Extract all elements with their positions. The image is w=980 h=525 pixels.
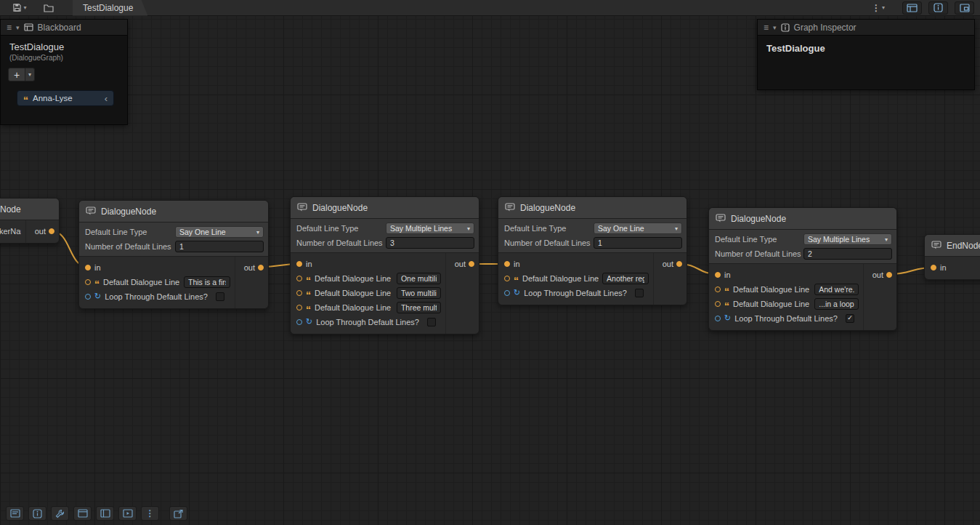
- output-port[interactable]: [49, 228, 54, 234]
- external-window-button[interactable]: [169, 506, 187, 521]
- node-title-bar[interactable]: DialogueNode: [709, 208, 896, 230]
- dialogue-node-3[interactable]: DialogueNode Default Line Type Say One L…: [498, 196, 687, 305]
- num-default-lines-field[interactable]: 3: [386, 237, 474, 249]
- window-panel-button[interactable]: [73, 506, 92, 521]
- inspector-graph-name: TestDialogue: [766, 43, 965, 54]
- output-port[interactable]: [469, 261, 474, 267]
- node-title-bar[interactable]: DialogueNode: [79, 201, 268, 223]
- blackboard-panel: ≡ ▾ Blackboard TestDialogue (DialogueGra…: [0, 19, 128, 125]
- info-icon: [33, 509, 42, 518]
- input-port[interactable]: [296, 261, 302, 267]
- collapse-icon[interactable]: ▾: [16, 24, 20, 31]
- dialogue-line-field[interactable]: One multiline: [397, 273, 441, 284]
- graph-inspector-header[interactable]: ≡ ▾ Graph Inspector: [758, 20, 974, 36]
- menu-icon[interactable]: ≡: [764, 23, 769, 33]
- output-port[interactable]: [676, 261, 682, 267]
- dialogue-line-port[interactable]: [296, 290, 302, 296]
- node-properties: Default Line Type Say Multiple Lines ▾ N…: [709, 230, 896, 264]
- field-value: Three multili: [401, 303, 437, 312]
- dropdown-arrow-icon: ▾: [467, 225, 470, 232]
- dialogue-line-field[interactable]: ...in a loop: [814, 298, 859, 310]
- port-label: in: [306, 260, 312, 268]
- blackboard-header[interactable]: ≡ ▾ Blackboard: [1, 20, 127, 36]
- loop-port[interactable]: [85, 294, 91, 300]
- end-node[interactable]: EndNode in: [924, 234, 980, 280]
- port-label: out: [244, 263, 255, 272]
- inspector-panel-button[interactable]: [28, 506, 46, 521]
- loop-checkbox[interactable]: [635, 289, 644, 297]
- tools-panel-button[interactable]: [51, 506, 69, 521]
- speaker-node[interactable]: Node kerName out: [0, 198, 60, 244]
- field-value: One multiline: [401, 274, 437, 283]
- dialogue-line-field[interactable]: Three multili: [397, 302, 441, 313]
- dialogue-line-port[interactable]: [504, 276, 510, 281]
- field-value: 2: [808, 249, 812, 258]
- dialogue-node-2[interactable]: DialogueNode Default Line Type Say Multi…: [290, 196, 479, 334]
- output-port[interactable]: [258, 265, 264, 270]
- more-panels-button[interactable]: ⋮: [141, 506, 159, 521]
- input-port[interactable]: [715, 272, 721, 278]
- loop-port[interactable]: [296, 319, 302, 325]
- add-variable-button[interactable]: +: [8, 68, 25, 81]
- collapse-icon[interactable]: ▾: [773, 24, 777, 31]
- toggle-minimap-button[interactable]: [955, 1, 974, 15]
- input-port[interactable]: [931, 265, 936, 270]
- graph-tab[interactable]: TestDialogue: [73, 0, 147, 16]
- open-folder-button[interactable]: [41, 1, 57, 15]
- dialogue-node-1[interactable]: DialogueNode Default Line Type Say One L…: [78, 200, 269, 309]
- dropdown-arrow-icon: ▾: [885, 236, 888, 243]
- row-label: Loop Through Default Lines?: [524, 289, 627, 297]
- num-default-lines-field[interactable]: 1: [594, 237, 682, 249]
- dialogue-line-port[interactable]: [715, 301, 721, 307]
- port-label: out: [35, 227, 46, 236]
- line-type-dropdown[interactable]: Say Multiple Lines ▾: [803, 233, 892, 245]
- more-options-button[interactable]: ⋮ ▾: [870, 1, 886, 15]
- preview-panel-button[interactable]: [118, 506, 137, 521]
- dialogue-line-port[interactable]: [296, 276, 302, 281]
- loop-checkbox[interactable]: [427, 318, 436, 326]
- output-container: out: [235, 257, 268, 308]
- num-default-lines-field[interactable]: 1: [175, 241, 264, 252]
- console-panel-button[interactable]: [6, 506, 24, 521]
- input-port[interactable]: [85, 265, 91, 270]
- save-button[interactable]: ▾: [12, 1, 28, 15]
- node-title-bar[interactable]: DialogueNode: [498, 197, 687, 219]
- dialogue-node-4[interactable]: DialogueNode Default Line Type Say Multi…: [708, 207, 897, 331]
- toggle-inspector-button[interactable]: [928, 1, 948, 15]
- loop-port[interactable]: [715, 316, 721, 321]
- node-title-bar[interactable]: Node: [0, 199, 59, 220]
- blackboard-panel-button[interactable]: [96, 506, 114, 521]
- save-dropdown-icon[interactable]: ▾: [23, 4, 26, 11]
- line-type-dropdown[interactable]: Say One Line ▾: [594, 223, 682, 234]
- loop-checkbox[interactable]: ✓: [846, 314, 854, 323]
- prop-label: Number of Default Lines: [295, 239, 386, 247]
- dialogue-line-field[interactable]: And we're...: [814, 284, 859, 295]
- field-value: Two multiline: [401, 289, 437, 297]
- dialogue-line-field[interactable]: Another regu: [602, 273, 649, 284]
- loop-checkbox[interactable]: [216, 292, 224, 301]
- chevron-left-icon[interactable]: ‹: [105, 93, 108, 104]
- num-default-lines-field[interactable]: 2: [803, 248, 892, 260]
- folder-icon: [44, 4, 54, 12]
- dialogue-node-icon: [86, 207, 96, 216]
- field-value: 3: [390, 239, 394, 247]
- dialogue-line-field[interactable]: This is a first: [184, 276, 230, 288]
- node-title-bar[interactable]: EndNode: [925, 235, 980, 257]
- output-port[interactable]: [886, 272, 892, 278]
- dialogue-line-port[interactable]: [296, 305, 302, 310]
- dialogue-line-port[interactable]: [85, 279, 91, 285]
- dialogue-line-port[interactable]: [715, 286, 721, 292]
- line-type-dropdown[interactable]: Say Multiple Lines ▾: [386, 223, 474, 234]
- toggle-blackboard-button[interactable]: [902, 1, 922, 15]
- menu-icon[interactable]: ≡: [7, 23, 12, 33]
- input-port[interactable]: [504, 261, 510, 267]
- line-type-dropdown[interactable]: Say One Line ▾: [175, 226, 264, 238]
- add-variable-dropdown-icon[interactable]: ▾: [25, 68, 35, 81]
- dialogue-line-field[interactable]: Two multiline: [397, 287, 441, 299]
- blackboard-variable-row[interactable]: “ Anna-Lyse ‹: [17, 90, 114, 106]
- node-title-bar[interactable]: DialogueNode: [291, 197, 479, 219]
- panel-title: Graph Inspector: [794, 23, 857, 33]
- output-container: out: [863, 264, 896, 330]
- row-label: Default Dialogue Line 2: [315, 289, 393, 297]
- loop-port[interactable]: [504, 290, 510, 296]
